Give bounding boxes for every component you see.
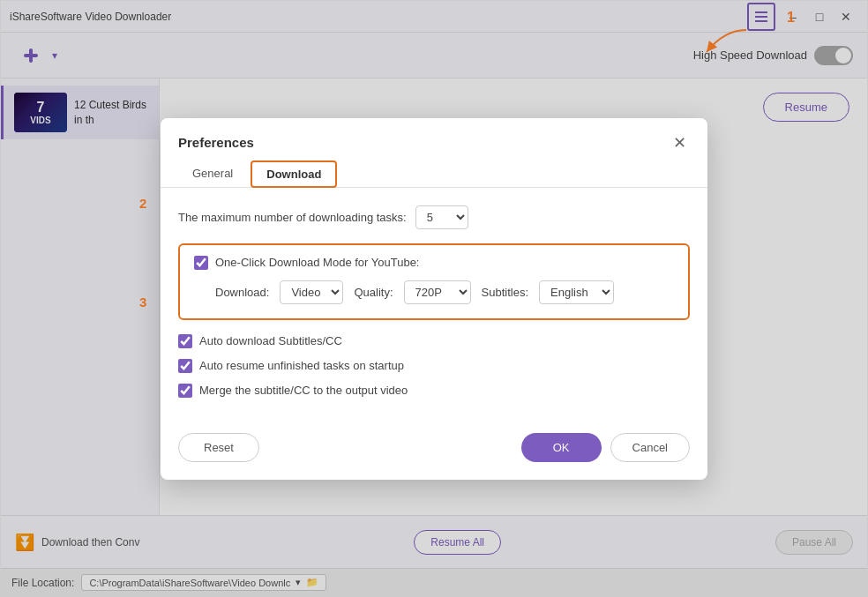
tab-download[interactable]: Download (251, 160, 337, 188)
quality-opt-label: Quality: (354, 286, 393, 299)
ok-button[interactable]: OK (521, 433, 602, 462)
modal-footer: Reset OK Cancel (161, 422, 707, 480)
reset-button[interactable]: Reset (178, 433, 259, 462)
tab-general[interactable]: General (178, 160, 247, 188)
one-click-label: One-Click Download Mode for YouTube: (215, 256, 419, 269)
cancel-button[interactable]: Cancel (610, 433, 690, 462)
one-click-section: One-Click Download Mode for YouTube: Dow… (178, 243, 690, 320)
auto-subtitles-checkbox[interactable] (178, 334, 192, 348)
modal-overlay: 1 2 3 Preferences ✕ Gener (1, 1, 867, 596)
modal-body: The maximum number of downloading tasks:… (161, 188, 707, 422)
annotation-2: 2 (139, 196, 146, 211)
auto-resume-checkbox[interactable] (178, 359, 192, 373)
modal-tabs: General Download (161, 153, 707, 188)
annotation-arrow-1 (671, 26, 751, 70)
annotation-1-container: 1 (787, 10, 795, 26)
modal-footer-right: OK Cancel (521, 433, 690, 462)
auto-resume-label: Auto resume unfinished tasks on startup (199, 359, 404, 372)
one-click-checkbox[interactable] (194, 256, 208, 270)
merge-subtitle-row: Merge the subtitle/CC to the output vide… (178, 384, 690, 398)
download-type-select[interactable]: Video Audio (280, 280, 343, 304)
subtitles-opt-label: Subtitles: (482, 286, 528, 299)
max-tasks-label: The maximum number of downloading tasks: (178, 211, 407, 224)
quality-select[interactable]: 480P 720P 1080P 4K (404, 280, 471, 304)
modal-header: Preferences ✕ (161, 118, 707, 153)
download-opt-label: Download: (215, 286, 269, 299)
modal-title: Preferences (178, 135, 254, 150)
annotation-3: 3 (139, 295, 146, 310)
max-tasks-row: The maximum number of downloading tasks:… (178, 205, 690, 229)
max-tasks-select[interactable]: 5 1 2 3 4 6 (415, 205, 468, 229)
app-window: iShareSoftware Video Downloader – □ ✕ ▾ … (0, 0, 868, 597)
preferences-modal: 2 3 Preferences ✕ General Download The m… (161, 118, 707, 480)
auto-subtitles-label: Auto download Subtitles/CC (199, 334, 342, 347)
one-click-options: Download: Video Audio Quality: 480P 720P… (194, 280, 674, 304)
auto-resume-row: Auto resume unfinished tasks on startup (178, 359, 690, 373)
subtitles-select[interactable]: None English Spanish French (539, 280, 614, 304)
modal-close-button[interactable]: ✕ (669, 132, 690, 153)
auto-subtitles-row: Auto download Subtitles/CC (178, 334, 690, 348)
annotation-1: 1 (787, 10, 795, 25)
merge-subtitle-label: Merge the subtitle/CC to the output vide… (199, 384, 408, 397)
merge-subtitle-checkbox[interactable] (178, 384, 192, 398)
one-click-header: One-Click Download Mode for YouTube: (194, 256, 674, 270)
